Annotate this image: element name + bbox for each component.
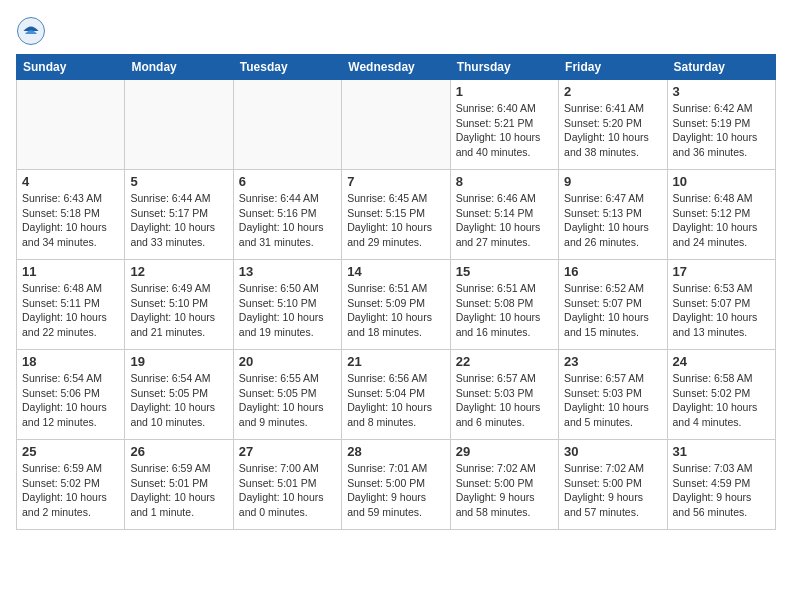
calendar-cell: 21Sunrise: 6:56 AMSunset: 5:04 PMDayligh… <box>342 350 450 440</box>
day-number: 20 <box>239 354 336 369</box>
calendar-cell: 1Sunrise: 6:40 AMSunset: 5:21 PMDaylight… <box>450 80 558 170</box>
calendar-cell: 19Sunrise: 6:54 AMSunset: 5:05 PMDayligh… <box>125 350 233 440</box>
calendar-cell: 31Sunrise: 7:03 AMSunset: 4:59 PMDayligh… <box>667 440 775 530</box>
day-number: 9 <box>564 174 661 189</box>
day-info: Sunrise: 6:48 AMSunset: 5:11 PMDaylight:… <box>22 281 119 340</box>
day-number: 2 <box>564 84 661 99</box>
day-number: 27 <box>239 444 336 459</box>
day-number: 22 <box>456 354 553 369</box>
day-info: Sunrise: 6:46 AMSunset: 5:14 PMDaylight:… <box>456 191 553 250</box>
day-number: 13 <box>239 264 336 279</box>
page-header <box>16 16 776 46</box>
calendar-cell: 6Sunrise: 6:44 AMSunset: 5:16 PMDaylight… <box>233 170 341 260</box>
calendar-table: SundayMondayTuesdayWednesdayThursdayFrid… <box>16 54 776 530</box>
calendar-cell: 5Sunrise: 6:44 AMSunset: 5:17 PMDaylight… <box>125 170 233 260</box>
calendar-cell: 25Sunrise: 6:59 AMSunset: 5:02 PMDayligh… <box>17 440 125 530</box>
day-info: Sunrise: 7:00 AMSunset: 5:01 PMDaylight:… <box>239 461 336 520</box>
column-header-tuesday: Tuesday <box>233 55 341 80</box>
calendar-cell: 4Sunrise: 6:43 AMSunset: 5:18 PMDaylight… <box>17 170 125 260</box>
day-info: Sunrise: 6:55 AMSunset: 5:05 PMDaylight:… <box>239 371 336 430</box>
day-info: Sunrise: 7:03 AMSunset: 4:59 PMDaylight:… <box>673 461 770 520</box>
calendar-cell: 13Sunrise: 6:50 AMSunset: 5:10 PMDayligh… <box>233 260 341 350</box>
day-info: Sunrise: 6:42 AMSunset: 5:19 PMDaylight:… <box>673 101 770 160</box>
column-header-sunday: Sunday <box>17 55 125 80</box>
column-header-friday: Friday <box>559 55 667 80</box>
calendar-cell: 23Sunrise: 6:57 AMSunset: 5:03 PMDayligh… <box>559 350 667 440</box>
calendar-cell: 16Sunrise: 6:52 AMSunset: 5:07 PMDayligh… <box>559 260 667 350</box>
calendar-cell: 11Sunrise: 6:48 AMSunset: 5:11 PMDayligh… <box>17 260 125 350</box>
calendar-cell: 27Sunrise: 7:00 AMSunset: 5:01 PMDayligh… <box>233 440 341 530</box>
day-number: 24 <box>673 354 770 369</box>
calendar-cell: 30Sunrise: 7:02 AMSunset: 5:00 PMDayligh… <box>559 440 667 530</box>
day-info: Sunrise: 6:43 AMSunset: 5:18 PMDaylight:… <box>22 191 119 250</box>
calendar-cell: 2Sunrise: 6:41 AMSunset: 5:20 PMDaylight… <box>559 80 667 170</box>
calendar-cell: 9Sunrise: 6:47 AMSunset: 5:13 PMDaylight… <box>559 170 667 260</box>
column-header-thursday: Thursday <box>450 55 558 80</box>
day-info: Sunrise: 7:02 AMSunset: 5:00 PMDaylight:… <box>564 461 661 520</box>
day-number: 21 <box>347 354 444 369</box>
day-info: Sunrise: 6:48 AMSunset: 5:12 PMDaylight:… <box>673 191 770 250</box>
day-number: 10 <box>673 174 770 189</box>
calendar-cell: 14Sunrise: 6:51 AMSunset: 5:09 PMDayligh… <box>342 260 450 350</box>
day-info: Sunrise: 6:56 AMSunset: 5:04 PMDaylight:… <box>347 371 444 430</box>
calendar-cell <box>125 80 233 170</box>
calendar-cell <box>17 80 125 170</box>
day-info: Sunrise: 6:51 AMSunset: 5:08 PMDaylight:… <box>456 281 553 340</box>
day-number: 12 <box>130 264 227 279</box>
calendar-cell: 7Sunrise: 6:45 AMSunset: 5:15 PMDaylight… <box>342 170 450 260</box>
day-number: 25 <box>22 444 119 459</box>
day-info: Sunrise: 6:44 AMSunset: 5:16 PMDaylight:… <box>239 191 336 250</box>
day-info: Sunrise: 6:44 AMSunset: 5:17 PMDaylight:… <box>130 191 227 250</box>
calendar-cell: 28Sunrise: 7:01 AMSunset: 5:00 PMDayligh… <box>342 440 450 530</box>
week-row-2: 4Sunrise: 6:43 AMSunset: 5:18 PMDaylight… <box>17 170 776 260</box>
calendar-cell: 15Sunrise: 6:51 AMSunset: 5:08 PMDayligh… <box>450 260 558 350</box>
calendar-cell: 18Sunrise: 6:54 AMSunset: 5:06 PMDayligh… <box>17 350 125 440</box>
day-number: 8 <box>456 174 553 189</box>
column-header-monday: Monday <box>125 55 233 80</box>
day-info: Sunrise: 6:40 AMSunset: 5:21 PMDaylight:… <box>456 101 553 160</box>
day-number: 26 <box>130 444 227 459</box>
day-number: 15 <box>456 264 553 279</box>
calendar-cell: 20Sunrise: 6:55 AMSunset: 5:05 PMDayligh… <box>233 350 341 440</box>
day-number: 7 <box>347 174 444 189</box>
calendar-cell: 29Sunrise: 7:02 AMSunset: 5:00 PMDayligh… <box>450 440 558 530</box>
day-number: 1 <box>456 84 553 99</box>
day-number: 16 <box>564 264 661 279</box>
day-info: Sunrise: 6:51 AMSunset: 5:09 PMDaylight:… <box>347 281 444 340</box>
calendar-cell: 26Sunrise: 6:59 AMSunset: 5:01 PMDayligh… <box>125 440 233 530</box>
day-info: Sunrise: 6:50 AMSunset: 5:10 PMDaylight:… <box>239 281 336 340</box>
day-number: 29 <box>456 444 553 459</box>
calendar-cell <box>342 80 450 170</box>
day-number: 17 <box>673 264 770 279</box>
calendar-cell: 24Sunrise: 6:58 AMSunset: 5:02 PMDayligh… <box>667 350 775 440</box>
day-number: 18 <box>22 354 119 369</box>
calendar-cell: 3Sunrise: 6:42 AMSunset: 5:19 PMDaylight… <box>667 80 775 170</box>
day-info: Sunrise: 6:53 AMSunset: 5:07 PMDaylight:… <box>673 281 770 340</box>
day-info: Sunrise: 6:49 AMSunset: 5:10 PMDaylight:… <box>130 281 227 340</box>
day-number: 19 <box>130 354 227 369</box>
week-row-3: 11Sunrise: 6:48 AMSunset: 5:11 PMDayligh… <box>17 260 776 350</box>
calendar-cell: 10Sunrise: 6:48 AMSunset: 5:12 PMDayligh… <box>667 170 775 260</box>
calendar-cell <box>233 80 341 170</box>
calendar-cell: 22Sunrise: 6:57 AMSunset: 5:03 PMDayligh… <box>450 350 558 440</box>
day-number: 11 <box>22 264 119 279</box>
day-info: Sunrise: 6:59 AMSunset: 5:01 PMDaylight:… <box>130 461 227 520</box>
day-info: Sunrise: 6:57 AMSunset: 5:03 PMDaylight:… <box>456 371 553 430</box>
day-number: 31 <box>673 444 770 459</box>
logo-icon <box>16 16 46 46</box>
day-info: Sunrise: 6:45 AMSunset: 5:15 PMDaylight:… <box>347 191 444 250</box>
calendar-cell: 12Sunrise: 6:49 AMSunset: 5:10 PMDayligh… <box>125 260 233 350</box>
day-info: Sunrise: 6:58 AMSunset: 5:02 PMDaylight:… <box>673 371 770 430</box>
week-row-5: 25Sunrise: 6:59 AMSunset: 5:02 PMDayligh… <box>17 440 776 530</box>
day-number: 3 <box>673 84 770 99</box>
day-info: Sunrise: 7:01 AMSunset: 5:00 PMDaylight:… <box>347 461 444 520</box>
day-number: 23 <box>564 354 661 369</box>
logo <box>16 16 50 46</box>
day-number: 6 <box>239 174 336 189</box>
day-info: Sunrise: 6:59 AMSunset: 5:02 PMDaylight:… <box>22 461 119 520</box>
column-header-saturday: Saturday <box>667 55 775 80</box>
week-row-4: 18Sunrise: 6:54 AMSunset: 5:06 PMDayligh… <box>17 350 776 440</box>
day-info: Sunrise: 6:47 AMSunset: 5:13 PMDaylight:… <box>564 191 661 250</box>
column-header-wednesday: Wednesday <box>342 55 450 80</box>
calendar-header-row: SundayMondayTuesdayWednesdayThursdayFrid… <box>17 55 776 80</box>
